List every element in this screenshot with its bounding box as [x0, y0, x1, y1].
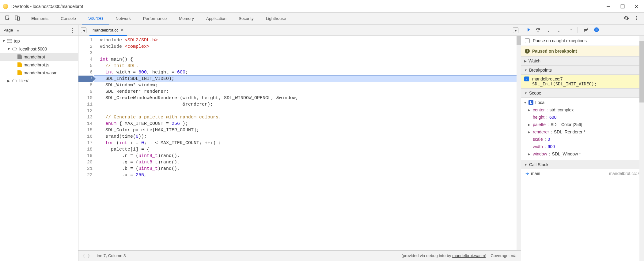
file-icon	[17, 54, 22, 59]
scope-local[interactable]: ▼LLocal	[524, 99, 641, 106]
tab-sources[interactable]: Sources	[82, 13, 110, 24]
scope-var-center[interactable]: ▶center: std::complex	[524, 106, 641, 114]
file-icon	[17, 62, 22, 67]
editor-scrollbar[interactable]	[517, 36, 521, 250]
editor-tab-mandelbrot[interactable]: mandelbrot.cc ✕	[89, 25, 127, 36]
scope-var-width[interactable]: width: 600	[524, 143, 641, 150]
callstack-frame[interactable]: ➔main mandelbrot.cc:7	[521, 169, 644, 178]
tab-console[interactable]: Console	[55, 13, 82, 24]
titlebar: DevTools - localhost:5000/mandelbrot	[0, 0, 644, 13]
main-area: Page » ⋮ ▼ top ▼ localhost:5000 mandelbr…	[0, 25, 644, 261]
kebab-menu-icon[interactable]	[634, 15, 639, 22]
device-toggle-icon[interactable]	[14, 15, 21, 22]
navigator-tab-page[interactable]: Page	[3, 28, 13, 32]
resume-icon[interactable]	[525, 27, 530, 33]
svg-rect-17	[597, 28, 597, 31]
cursor-position: Line 7, Column 3	[94, 253, 126, 258]
section-watch[interactable]: ▶Watch	[521, 56, 644, 65]
window-icon	[7, 39, 12, 43]
close-button[interactable]	[634, 4, 639, 9]
svg-point-10	[538, 31, 539, 32]
checkbox-unchecked-icon[interactable]	[525, 38, 530, 43]
cloud-icon	[12, 47, 17, 51]
debugger-scrollbar[interactable]	[639, 36, 644, 261]
code-area[interactable]: #include <SDL2/SDL.h>#include <complex> …	[94, 36, 517, 250]
step-out-icon[interactable]	[556, 27, 562, 33]
navigator-menu-icon[interactable]: ⋮	[70, 27, 75, 34]
file-tree: ▼ top ▼ localhost:5000 mandelbrot mandel…	[0, 36, 78, 86]
tab-memory[interactable]: Memory	[173, 13, 200, 24]
svg-point-15	[594, 28, 599, 32]
step-icon[interactable]	[566, 27, 572, 33]
tree-node-host[interactable]: ▼ localhost:5000	[0, 45, 78, 53]
debugger-pane: Pause on caught exceptions i Paused on b…	[521, 25, 644, 261]
tree-file-mandelbrot[interactable]: mandelbrot	[0, 53, 78, 61]
section-breakpoints[interactable]: ▼Breakpoints	[521, 65, 644, 75]
svg-point-8	[636, 18, 637, 19]
scope-var-height[interactable]: height: 600	[524, 114, 641, 121]
devtools-app-icon	[3, 4, 8, 9]
pause-exceptions-icon[interactable]	[594, 27, 599, 33]
nav-history-forward-icon[interactable]: ▸	[513, 28, 518, 33]
tree-file-mandelbrot-wasm[interactable]: mandelbrot.wasm	[0, 69, 78, 77]
step-into-icon[interactable]	[546, 27, 551, 33]
debugger-toolbar	[521, 25, 644, 36]
info-icon: i	[525, 49, 530, 54]
navigator-more-tabs-icon[interactable]: »	[17, 28, 19, 33]
deactivate-breakpoints-icon[interactable]	[583, 27, 589, 33]
debuginfo-source: (provided via debug info by mandelbrot.w…	[401, 253, 486, 258]
tab-elements[interactable]: Elements	[25, 13, 55, 24]
tree-file-mandelbrot-js[interactable]: mandelbrot.js	[0, 61, 78, 69]
editor-statusbar: { } Line 7, Column 3 (provided via debug…	[78, 250, 521, 261]
paused-status: i Paused on breakpoint	[521, 46, 644, 56]
tab-lighthouse[interactable]: Lighthouse	[260, 13, 292, 24]
tree-node-top[interactable]: ▼ top	[0, 37, 78, 45]
coverage-label: Coverage: n/a	[491, 253, 517, 258]
tab-security[interactable]: Security	[233, 13, 260, 24]
svg-rect-16	[596, 28, 596, 31]
tab-network[interactable]: Network	[109, 13, 137, 24]
checkbox-checked-icon[interactable]: ✓	[524, 76, 529, 81]
section-scope[interactable]: ▼Scope	[521, 88, 644, 98]
breakpoint-item[interactable]: ✓mandelbrot.cc:7 SDL_Init(SDL_INIT_VIDEO…	[521, 75, 644, 88]
svg-point-12	[559, 31, 559, 32]
settings-icon[interactable]	[623, 15, 629, 22]
scope-var-renderer[interactable]: ▶renderer: SDL_Renderer *	[524, 128, 641, 136]
scope-var-window[interactable]: ▶window: SDL_Window *	[524, 150, 641, 158]
current-frame-icon: ➔	[525, 171, 529, 176]
svg-point-7	[636, 16, 637, 17]
scope-var-palette[interactable]: ▶palette: SDL_Color [256]	[524, 121, 641, 128]
tab-performance[interactable]: Performance	[137, 13, 173, 24]
main-toolbar: ElementsConsoleSourcesNetworkPerformance…	[0, 13, 644, 25]
svg-point-11	[548, 31, 549, 32]
cloud-icon	[12, 79, 17, 83]
editor-pane: ◂ mandelbrot.cc ✕ ▸ 12345678910111213141…	[78, 25, 521, 261]
scope-var-scale[interactable]: scale: 0	[524, 136, 641, 143]
svg-point-13	[571, 29, 572, 30]
section-callstack[interactable]: ▼Call Stack	[521, 160, 644, 169]
pretty-print-icon[interactable]: { }	[83, 253, 90, 258]
step-over-icon[interactable]	[535, 27, 541, 33]
local-badge-icon: L	[528, 100, 533, 105]
tree-node-file-scheme[interactable]: ▶ file://	[0, 77, 78, 85]
line-gutter[interactable]: 12345678910111213141516171819202122	[78, 36, 94, 250]
inspect-icon[interactable]	[5, 15, 11, 22]
minimize-button[interactable]	[606, 4, 611, 9]
maximize-button[interactable]	[620, 4, 625, 9]
svg-rect-1	[621, 5, 624, 8]
nav-history-back-icon[interactable]: ◂	[81, 28, 86, 33]
navigator-pane: Page » ⋮ ▼ top ▼ localhost:5000 mandelbr…	[0, 25, 78, 261]
debuginfo-link[interactable]: mandelbrot.wasm	[452, 253, 485, 258]
svg-point-9	[636, 19, 637, 20]
tab-application[interactable]: Application	[200, 13, 233, 24]
pause-on-caught-row[interactable]: Pause on caught exceptions	[521, 36, 644, 46]
close-tab-icon[interactable]: ✕	[120, 28, 124, 32]
file-icon	[17, 70, 22, 75]
window-title: DevTools - localhost:5000/mandelbrot	[11, 4, 606, 9]
